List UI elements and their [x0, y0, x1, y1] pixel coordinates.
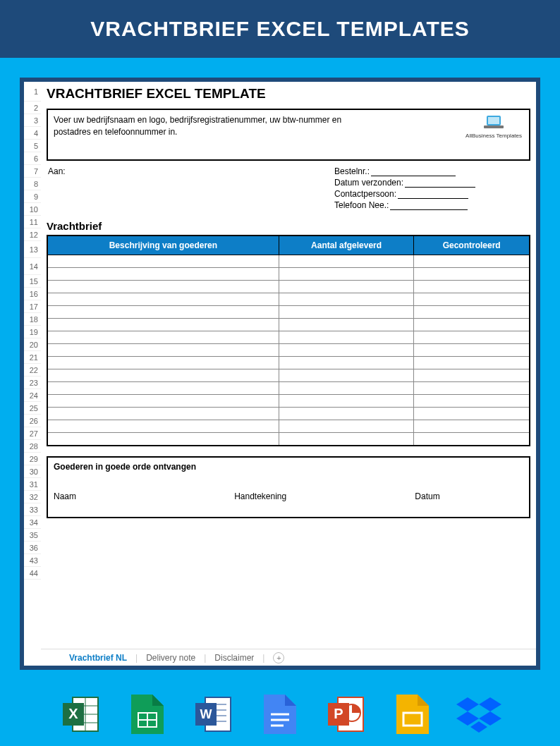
order-field[interactable]: [371, 176, 456, 176]
row-number: 17: [24, 300, 41, 313]
row-number: 8: [24, 178, 41, 190]
row-number: 15: [24, 275, 41, 288]
received-box: Goederen in goede orde ontvangen Naam Ha…: [47, 456, 530, 518]
svg-text:X: X: [68, 706, 78, 721]
table-row[interactable]: [47, 420, 530, 433]
row-number: 11: [24, 216, 41, 228]
svg-text:P: P: [334, 706, 343, 721]
page-banner: VRACHTBRIEF EXCEL TEMPLATES: [0, 0, 560, 58]
brand-text: AllBusiness Templates: [465, 133, 522, 139]
row-number: 5: [24, 140, 41, 152]
row-number: 16: [24, 288, 41, 300]
goods-table: Beschrijving van goederen Aantal afgelev…: [47, 235, 530, 446]
row-number: 20: [24, 338, 41, 351]
new-tab-button[interactable]: +: [273, 652, 284, 664]
col-delivered: Aantal afgeleverd: [279, 236, 414, 255]
row-number: 43: [24, 554, 41, 567]
table-row[interactable]: [47, 268, 530, 281]
sig-sign-label: Handtekening: [234, 491, 415, 501]
date-field[interactable]: [405, 187, 475, 188]
powerpoint-icon[interactable]: P: [322, 690, 371, 739]
docs-icon[interactable]: [255, 690, 305, 739]
row-number: 26: [24, 415, 41, 427]
svg-rect-1: [488, 117, 499, 124]
table-row[interactable]: [47, 395, 530, 408]
table-row[interactable]: [47, 433, 530, 446]
excel-icon[interactable]: X: [56, 690, 106, 739]
row-number: 32: [24, 491, 41, 503]
table-row[interactable]: [47, 255, 530, 268]
dropbox-icon[interactable]: [454, 690, 504, 739]
tab-delivery[interactable]: Delivery note: [146, 653, 195, 663]
phone-label: Telefoon Nee.:: [334, 200, 389, 210]
section-title: Vrachtbrief: [47, 220, 530, 232]
laptop-icon: [482, 114, 505, 131]
row-number: 34: [24, 516, 41, 529]
page-content: 1 2 3 4 5 6 7 8 9 10 11 12 13 14 15 16 1…: [0, 58, 560, 690]
to-label: Aan:: [48, 166, 331, 176]
sig-name-label: Naam: [54, 491, 234, 501]
row-number: 14: [24, 258, 41, 275]
row-number: 19: [24, 326, 41, 338]
row-number: 18: [24, 313, 41, 326]
table-row[interactable]: [47, 357, 530, 369]
row-number: 31: [24, 478, 41, 491]
table-row[interactable]: [47, 293, 530, 306]
template-title: VRACHTBRIEF EXCEL TEMPLATE: [47, 86, 530, 102]
row-gutter: 1 2 3 4 5 6 7 8 9 10 11 12 13 14 15 16 1…: [24, 82, 41, 580]
contact-label: Contactpersoon:: [334, 189, 396, 199]
excel-preview: 1 2 3 4 5 6 7 8 9 10 11 12 13 14 15 16 1…: [20, 78, 540, 670]
tab-active[interactable]: Vrachtbrief NL: [69, 653, 127, 663]
col-checked: Gecontroleerd: [414, 236, 530, 255]
brand-logo: AllBusiness Templates: [465, 114, 522, 139]
row-number: 3: [24, 114, 41, 127]
row-number: 2: [24, 102, 41, 114]
table-row[interactable]: [47, 344, 530, 357]
table-row[interactable]: [47, 369, 530, 382]
row-number: 29: [24, 453, 41, 465]
row-number: 9: [24, 190, 41, 203]
table-row[interactable]: [47, 281, 530, 293]
row-number: 12: [24, 228, 41, 241]
table-row[interactable]: [47, 319, 530, 331]
table-row[interactable]: [47, 408, 530, 420]
sheet-body: VRACHTBRIEF EXCEL TEMPLATE Voer uw bedri…: [41, 82, 536, 518]
row-number: 44: [24, 567, 41, 580]
row-number: 6: [24, 152, 41, 165]
svg-rect-2: [484, 126, 504, 128]
sheets-icon[interactable]: [123, 690, 172, 739]
sig-date-label: Datum: [415, 491, 523, 501]
row-number: 30: [24, 465, 41, 478]
row-number: 7: [24, 165, 41, 178]
phone-field[interactable]: [390, 209, 468, 210]
row-number: 21: [24, 351, 41, 364]
row-number: 33: [24, 503, 41, 516]
app-icons-row: X W P: [56, 690, 504, 739]
received-title: Goederen in goede orde ontvangen: [54, 462, 523, 472]
tab-disclaimer[interactable]: Disclaimer: [214, 653, 254, 663]
tab-sep: |: [262, 653, 264, 663]
row-number: 36: [24, 542, 41, 554]
tab-sep: |: [204, 653, 206, 663]
meta-block: Aan: Bestelnr.: Datum verzonden: Contact…: [47, 164, 530, 214]
company-info-box: Voer uw bedrijfsnaam en logo, bedrijfsre…: [47, 109, 530, 161]
word-icon[interactable]: W: [189, 690, 238, 739]
date-label: Datum verzonden:: [334, 178, 403, 188]
row-number: 23: [24, 377, 41, 389]
row-number: 22: [24, 364, 41, 377]
row-number: 28: [24, 440, 41, 453]
contact-field[interactable]: [398, 198, 468, 199]
row-number: 35: [24, 529, 41, 542]
row-number: 13: [24, 241, 41, 258]
row-number: 24: [24, 389, 41, 402]
row-number: 10: [24, 203, 41, 216]
table-row[interactable]: [47, 331, 530, 344]
tab-sep: |: [135, 653, 138, 663]
row-number: 25: [24, 402, 41, 415]
table-row[interactable]: [47, 306, 530, 319]
sheet-tabs: Vrachtbrief NL | Delivery note | Disclai…: [41, 649, 536, 666]
intro-text: Voer uw bedrijfsnaam en logo, bedrijfsre…: [54, 114, 378, 138]
table-row[interactable]: [47, 382, 530, 395]
slides-icon[interactable]: [388, 690, 437, 739]
row-number: 1: [24, 82, 41, 102]
